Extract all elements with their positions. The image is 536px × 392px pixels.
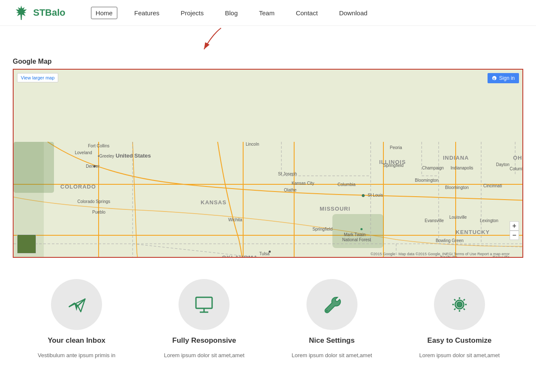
forest-mark-twain bbox=[332, 214, 383, 248]
google-icon: g bbox=[492, 76, 497, 81]
feature-customize-desc: Lorem ipsum dolor sit amet,amet bbox=[419, 351, 499, 360]
annotation-arrow bbox=[187, 26, 238, 56]
nav-home[interactable]: Home bbox=[91, 7, 117, 19]
svg-line-21 bbox=[439, 244, 522, 248]
map-city-denver: Denver bbox=[86, 164, 99, 169]
feature-customize-title: Easy to Customize bbox=[427, 336, 491, 345]
dot-tulsa bbox=[269, 251, 271, 253]
map-city-lexington: Lexington bbox=[480, 218, 498, 223]
map-state-ks: KANSAS bbox=[201, 199, 227, 206]
map-city-lincoln: Lincoln bbox=[246, 142, 259, 147]
map-city-peoria: Peoria bbox=[390, 145, 402, 150]
nav-download[interactable]: Download bbox=[335, 7, 372, 19]
map-city-evansville: Evansville bbox=[425, 218, 444, 223]
dot-stlouis bbox=[362, 194, 365, 197]
map-city-dayton: Dayton bbox=[496, 162, 510, 167]
map-city-cos: Colorado Springs bbox=[77, 199, 110, 204]
map-label-nf: National Forest bbox=[342, 237, 371, 242]
feature-inbox-title: Your clean Inbox bbox=[48, 336, 105, 345]
state-borders-svg bbox=[14, 70, 522, 257]
zoom-out-button[interactable]: − bbox=[510, 231, 519, 240]
dot-denver bbox=[94, 165, 96, 167]
svg-rect-26 bbox=[196, 297, 212, 308]
logo-area: STBalo bbox=[13, 4, 65, 21]
map-city-bg: Bowling Green bbox=[436, 238, 464, 243]
svg-point-29 bbox=[326, 310, 328, 312]
map-city-loveland: Loveland bbox=[75, 150, 92, 155]
map-city-cinci: Cincinnati bbox=[483, 183, 502, 188]
map-state-in: INDIANA bbox=[443, 155, 469, 161]
map-city-olathe: Olathe bbox=[284, 188, 296, 192]
map-city-tulsa: Tulsa bbox=[259, 251, 269, 256]
feature-responsive-icon-circle bbox=[179, 279, 230, 330]
feature-settings: Nice Settings Lorem ipsum dolor sit amet… bbox=[285, 279, 379, 360]
sign-in-label: Sign in bbox=[499, 75, 515, 81]
map-thumbnail bbox=[17, 234, 36, 254]
svg-point-39 bbox=[457, 302, 462, 307]
map-label-us: United States bbox=[116, 152, 151, 159]
map-state-ok: OKLAHOMA bbox=[222, 254, 258, 257]
map-city-springfield-mo: Springfield bbox=[312, 227, 332, 231]
logo-text[interactable]: STBalo bbox=[33, 7, 65, 18]
map-city-fc: Fort Collins bbox=[88, 144, 110, 148]
map-state-mo: MISSOURI bbox=[320, 206, 350, 212]
map-city-indy: Indianapolis bbox=[451, 166, 473, 170]
nav-projects[interactable]: Projects bbox=[176, 7, 208, 19]
feature-customize: Easy to Customize Lorem ipsum dolor sit … bbox=[413, 279, 506, 360]
map-city-columbia: Columbia bbox=[337, 182, 355, 187]
map-static: United States COLORADO KANSAS MISSOURI I… bbox=[14, 70, 522, 257]
main-nav: Home Features Projects Blog Team Contact… bbox=[91, 7, 372, 19]
map-state-co: COLORADO bbox=[60, 183, 96, 190]
feature-inbox-desc: Vestibulum ante ipsum primis in bbox=[38, 351, 116, 360]
map-label-markt: Mark Twain bbox=[344, 232, 366, 237]
svg-line-35 bbox=[454, 299, 455, 301]
feature-settings-title: Nice Settings bbox=[309, 336, 355, 345]
nav-contact[interactable]: Contact bbox=[292, 7, 322, 19]
features-section: Your clean Inbox Vestibulum ante ipsum p… bbox=[0, 258, 536, 368]
google-map-label: Google Map bbox=[0, 58, 536, 69]
map-city-bloomington: Bloomington bbox=[415, 178, 439, 183]
nav-blog[interactable]: Blog bbox=[221, 7, 242, 19]
annotation-area bbox=[0, 26, 536, 56]
feature-customize-icon-circle bbox=[434, 279, 485, 330]
map-zoom-controls: + − bbox=[510, 221, 519, 240]
map-city-columbus: Columbus bbox=[510, 166, 522, 171]
map-city-stjoseph: St Joseph bbox=[278, 172, 297, 176]
map-city-wichita: Wichita bbox=[228, 217, 242, 222]
feature-responsive-title: Fully Resoponsive bbox=[172, 336, 236, 345]
feature-responsive-desc: Lorem ipsum dolor sit amet,amet bbox=[164, 351, 244, 360]
dot-springfield-mo bbox=[360, 228, 363, 230]
gear-icon bbox=[449, 294, 470, 315]
map-container[interactable]: United States COLORADO KANSAS MISSOURI I… bbox=[13, 69, 523, 258]
header: STBalo Home Features Projects Blog Team … bbox=[0, 0, 536, 26]
map-city-kc: Kansas City bbox=[292, 181, 314, 186]
map-city-champaign: Champaign bbox=[422, 166, 444, 170]
map-attribution: ©2015 Google · Map data ©2015 Google, IN… bbox=[371, 252, 510, 256]
feature-responsive: Fully Resoponsive Lorem ipsum dolor sit … bbox=[157, 279, 251, 360]
svg-line-37 bbox=[463, 299, 465, 301]
wrench-icon bbox=[321, 294, 343, 315]
map-city-greeley: •Greeley bbox=[98, 154, 114, 158]
map-city-louisville: Louisville bbox=[449, 215, 467, 220]
zoom-in-button[interactable]: + bbox=[510, 221, 519, 231]
map-sign-in[interactable]: g Sign in bbox=[488, 73, 519, 83]
map-state-oh: OHIO bbox=[513, 155, 522, 161]
svg-line-38 bbox=[454, 309, 455, 310]
map-roads-svg bbox=[14, 70, 522, 257]
feature-inbox-icon-circle bbox=[51, 279, 102, 330]
feature-settings-icon-circle bbox=[306, 279, 357, 330]
map-state-ky: KENTUCKY bbox=[456, 229, 490, 235]
feature-inbox: Your clean Inbox Vestibulum ante ipsum p… bbox=[30, 279, 123, 360]
logo-icon bbox=[13, 4, 30, 21]
map-city-springfield-il: Springfield bbox=[383, 163, 403, 168]
feature-settings-desc: Lorem ipsum dolor sit amet,amet bbox=[292, 351, 372, 360]
send-icon bbox=[66, 294, 87, 315]
svg-text:g: g bbox=[493, 77, 495, 80]
monitor-icon bbox=[193, 294, 215, 315]
map-city-bloomington2: Bloomington bbox=[445, 185, 469, 190]
nav-features[interactable]: Features bbox=[130, 7, 164, 19]
map-city-stl: St Louis bbox=[368, 193, 383, 197]
nav-team[interactable]: Team bbox=[255, 7, 279, 19]
view-larger-map[interactable]: View larger map bbox=[17, 73, 58, 82]
svg-line-36 bbox=[463, 309, 465, 310]
